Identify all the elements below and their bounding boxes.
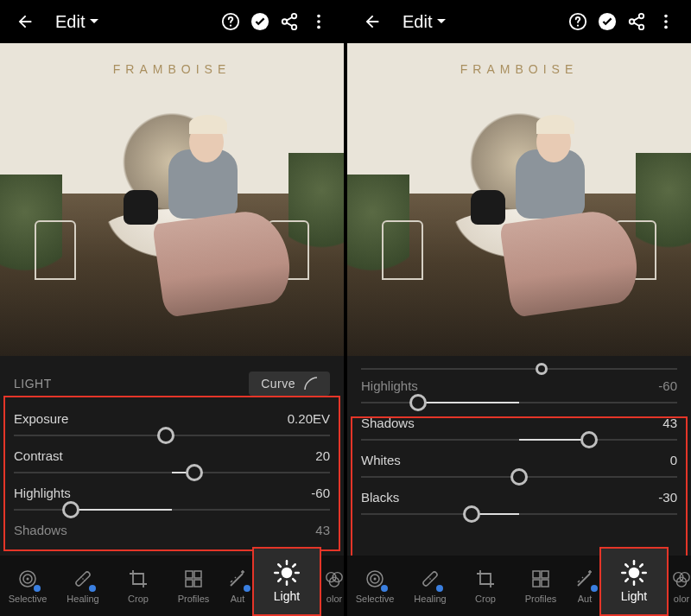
slider-track[interactable] [14,435,330,436]
help-button[interactable] [216,7,245,36]
back-button[interactable] [358,7,387,36]
svg-rect-55 [533,580,540,587]
bottombar: SelectiveHealingCropProfilesAut Light ol… [347,556,691,616]
slider-track[interactable] [361,476,677,478]
slider-highlights: Highlights-60 [0,477,344,514]
photo-preview[interactable]: FRAMBOISE [347,43,691,356]
svg-point-15 [84,580,86,581]
tool-healing[interactable]: Healing [403,556,458,616]
slider-blacks: Blacks-30 [347,481,691,518]
confirm-button[interactable] [245,7,275,36]
grid-icon [182,568,205,590]
share-button[interactable] [622,7,651,36]
target-icon [364,568,386,590]
tool-auto[interactable]: Aut [568,556,601,616]
help-button[interactable] [563,7,593,36]
arrow-left-icon [16,12,35,31]
slider-thumb[interactable] [409,394,427,411]
svg-point-1 [230,24,231,26]
tab-light[interactable]: Light [252,547,321,616]
more-vert-icon [309,12,328,31]
tab-light[interactable]: Light [599,547,669,616]
svg-point-50 [431,580,433,581]
svg-point-5 [292,25,297,29]
slider-track[interactable] [361,402,677,403]
crop-icon [127,568,149,590]
svg-point-3 [292,14,297,19]
tool-crop[interactable]: Crop [458,556,513,616]
slider-thumb[interactable] [157,427,174,444]
slider-value: -60 [311,486,330,500]
bandage-icon [72,568,94,590]
slider-thumb[interactable] [536,363,548,375]
tool-label: Crop [475,594,496,604]
share-button[interactable] [275,7,304,36]
tab-light-label: Light [274,589,300,603]
screen-title[interactable]: Edit [403,12,446,32]
svg-point-6 [317,15,320,18]
tool-selective[interactable]: Selective [347,556,403,616]
curve-label: Curve [261,377,295,391]
svg-point-49 [428,576,429,578]
tool-crop[interactable]: Crop [111,556,166,616]
svg-point-39 [630,19,635,24]
svg-line-64 [640,579,643,581]
slider-value: 43 [315,523,330,537]
more-button[interactable] [304,7,333,36]
curve-button[interactable]: Curve [249,372,330,396]
slider-label: Shadows [14,523,67,537]
slider-whites: Whites0 [347,444,691,481]
photo-preview[interactable]: FRAMBOISE [0,43,344,356]
caret-down-icon [90,17,98,26]
slider-label: Contrast [14,448,63,463]
slider-track[interactable] [14,472,330,473]
screen-title[interactable]: Edit [55,12,98,32]
svg-rect-21 [194,580,201,587]
slider-track[interactable] [14,509,330,511]
slider-track[interactable] [361,439,677,441]
tool-healing[interactable]: Healing [55,556,111,616]
tab-color-cut[interactable]: olor [669,556,691,616]
slider-thumb[interactable] [186,464,203,481]
tool-label: Selective [356,594,395,604]
controls-left: LIGHT Curve Exposure0.20EVContrast20High… [0,356,344,556]
back-button[interactable] [10,7,40,36]
slider-thumb[interactable] [510,468,528,486]
tool-label: Selective [9,594,48,604]
tab-color-cut[interactable]: olor [321,556,347,616]
photo-sign-text: FRAMBOISE [347,62,691,76]
topbar: Edit [347,0,691,43]
help-icon [568,12,587,31]
share-icon [627,12,646,31]
brightness-icon [274,560,300,586]
wand-icon [226,568,249,590]
tool-auto[interactable]: Aut [221,556,254,616]
svg-rect-19 [194,571,201,578]
slider-track[interactable] [361,513,677,515]
svg-point-52 [436,585,443,592]
svg-point-12 [34,585,41,592]
tool-profiles[interactable]: Profiles [166,556,221,616]
slider-thumb[interactable] [62,501,79,518]
svg-point-47 [381,585,388,592]
slider-thumb[interactable] [580,431,598,448]
svg-point-11 [27,578,29,581]
svg-point-42 [664,20,668,23]
tool-label: Crop [128,594,149,604]
tool-profiles[interactable]: Profiles [513,556,568,616]
slider-label: Whites [361,453,401,467]
tool-label: Profiles [525,594,557,604]
tool-label: Profiles [178,594,210,604]
tab-light-label: Light [621,589,647,603]
tool-selective[interactable]: Selective [0,556,55,616]
slider-thumb[interactable] [463,505,480,523]
brightness-icon [621,560,647,586]
confirm-button[interactable] [593,7,622,36]
svg-point-16 [82,578,84,580]
svg-point-58 [629,568,640,579]
more-button[interactable] [651,7,681,36]
svg-point-36 [577,24,579,26]
grid-icon [529,568,552,590]
tab-color-label: olor [674,594,689,604]
svg-line-28 [278,564,281,567]
